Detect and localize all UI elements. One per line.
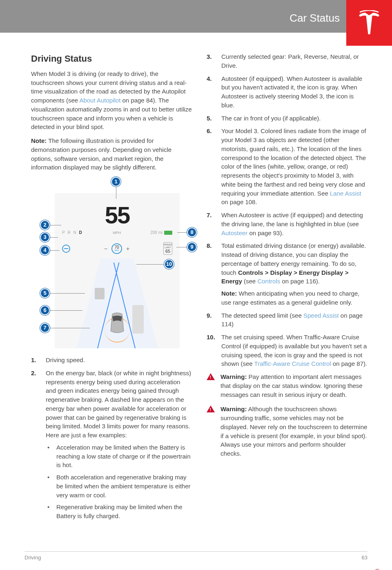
- intro-paragraph: When Model 3 is driving (or ready to dri…: [31, 69, 192, 131]
- item-3: Currently selected gear: Park, Reverse, …: [207, 52, 368, 70]
- car-in-front: [95, 288, 105, 299]
- battery-icon: [164, 231, 172, 235]
- note-paragraph: Note: The following illustration is prov…: [31, 136, 192, 172]
- callout-7: 7: [40, 323, 50, 333]
- cruise-plus: +: [126, 245, 129, 253]
- section-heading: Driving Status: [31, 52, 192, 65]
- limit-value: 65: [164, 249, 172, 254]
- item-8-after: on page 116).: [280, 278, 320, 285]
- callout-line: [177, 232, 187, 233]
- road-visualization: [55, 258, 180, 348]
- warning-2-text: Although the touchscreen shows surroundi…: [220, 405, 367, 457]
- footer-page-num: 63: [362, 554, 368, 562]
- callout-line: [176, 247, 187, 247]
- item-8-mid: (see: [242, 278, 258, 285]
- item-10-after: on page 87).: [331, 360, 367, 367]
- page-title: Car Status: [290, 11, 340, 26]
- callout-line: [50, 293, 85, 294]
- item-1: Driving speed.: [31, 356, 192, 365]
- tesla-t-icon: [356, 10, 382, 36]
- item-5-text: The car in front of you (if applicable).: [221, 115, 321, 122]
- item-5: The car in front of you (if applicable).: [207, 114, 368, 123]
- item-3-text: Currently selected gear: Park, Reverse, …: [221, 53, 359, 69]
- item-2-sub-1: Both acceleration and regenerative braki…: [46, 473, 192, 499]
- item-6-after: on page 108.: [221, 198, 257, 205]
- item-7: When Autosteer is active (if equipped) a…: [207, 211, 368, 237]
- warning-1: Warning: Pay attention to important aler…: [207, 372, 368, 399]
- mph-label: MPH: [113, 230, 121, 236]
- cruise-row: − 70 MAX + SPEED LIMIT 65: [62, 242, 172, 255]
- warning-icon: [207, 373, 215, 380]
- callout-9: 9: [187, 242, 197, 252]
- gear-d: D: [79, 230, 82, 235]
- item-4-text: Autosteer (if equipped). When Autosteer …: [221, 75, 362, 109]
- watermark: carmanualsonline.info: [372, 568, 382, 570]
- controls-link[interactable]: Controls: [257, 278, 280, 285]
- callout-line: [50, 310, 82, 311]
- range-value: 208 mi: [150, 230, 163, 236]
- item-8: Total estimated driving distance (or ene…: [207, 241, 368, 307]
- limit-label: SPEED LIMIT: [164, 243, 172, 249]
- callout-line: [136, 264, 164, 265]
- range-display: 208 mi: [150, 230, 172, 236]
- autosteer-link[interactable]: Autosteer: [221, 229, 247, 236]
- item-2-sub-0: Acceleration may be limited when the Bat…: [46, 443, 192, 470]
- callout-line: [116, 187, 116, 199]
- note-label: Note:: [31, 137, 47, 144]
- left-item-list: Driving speed. On the energy bar, black …: [31, 356, 192, 521]
- callout-10: 10: [164, 259, 174, 269]
- right-column: Currently selected gear: Park, Reverse, …: [207, 52, 368, 525]
- lane-assist-link[interactable]: Lane Assist: [330, 190, 361, 197]
- speed-assist-link[interactable]: Speed Assist: [303, 312, 339, 319]
- warning-1-label: Warning:: [220, 373, 247, 380]
- gear-p: P: [62, 230, 65, 235]
- item-8-note: Note: When anticipating when you need to…: [221, 289, 368, 307]
- top-bar: Car Status: [0, 0, 392, 33]
- note-text: The following illustration is provided f…: [31, 137, 172, 171]
- about-autopilot-link[interactable]: About Autopilot: [79, 97, 120, 104]
- item-7-after: on page 93).: [247, 229, 283, 236]
- item-7-before: When Autosteer is active (if equipped) a…: [221, 212, 363, 227]
- item-1-text: Driving speed.: [46, 356, 85, 363]
- cruise-max-label: MAX: [115, 249, 119, 252]
- item-2-text: On the energy bar, black (or white in ni…: [46, 370, 191, 439]
- own-car-icon: [108, 312, 126, 335]
- content: Driving Status When Model 3 is driving (…: [0, 33, 392, 525]
- car-adjacent: [132, 305, 144, 334]
- cruise-speed-icon: 70 MAX: [111, 243, 122, 254]
- callout-1: 1: [111, 177, 121, 187]
- item-2: On the energy bar, black (or white in ni…: [31, 369, 192, 521]
- item-6: Your Model 3. Colored lines radiate from…: [207, 127, 368, 207]
- item-8-note-text: When anticipating when you need to charg…: [221, 290, 360, 306]
- callout-line: [50, 237, 58, 238]
- autosteer-icon: [62, 245, 70, 253]
- callout-8: 8: [187, 227, 197, 237]
- callout-3: 3: [40, 232, 50, 242]
- left-column: Driving Status When Model 3 is driving (…: [31, 52, 192, 525]
- callout-5: 5: [40, 288, 50, 298]
- callout-line: [50, 328, 90, 328]
- callout-6: 6: [40, 305, 50, 315]
- speed-limit-icon: SPEED LIMIT 65: [163, 242, 172, 255]
- tacc-link[interactable]: Traffic-Aware Cruise Control: [254, 360, 331, 367]
- item-8-note-label: Note:: [221, 290, 237, 297]
- item-9: The detected speed limit (see Speed Assi…: [207, 311, 368, 329]
- callout-line: [50, 225, 61, 225]
- item-10: The set cruising speed. When Traffic-Awa…: [207, 333, 368, 368]
- gear-row: P R N D MPH 208 mi: [62, 230, 172, 236]
- tesla-logo: [346, 0, 392, 46]
- callout-4: 4: [40, 245, 50, 255]
- warning-2: Warning: Although the touchscreen shows …: [207, 405, 368, 458]
- cruise-minus: −: [104, 245, 107, 253]
- driving-status-diagram: 55 P R N D MPH 208 mi: [31, 177, 192, 348]
- warning-icon: [207, 405, 215, 412]
- warning-2-label: Warning:: [220, 405, 247, 412]
- touchscreen-mockup: 55 P R N D MPH 208 mi: [55, 193, 180, 348]
- page-footer: Driving 63: [24, 551, 368, 562]
- footer-section: Driving: [24, 554, 41, 562]
- item-9-before: The detected speed limit (see: [221, 312, 303, 319]
- right-item-list: Currently selected gear: Park, Reverse, …: [207, 52, 368, 368]
- item-6-before: Your Model 3. Colored lines radiate from…: [221, 127, 366, 196]
- gear-n: N: [73, 230, 76, 235]
- callout-line: [50, 250, 60, 251]
